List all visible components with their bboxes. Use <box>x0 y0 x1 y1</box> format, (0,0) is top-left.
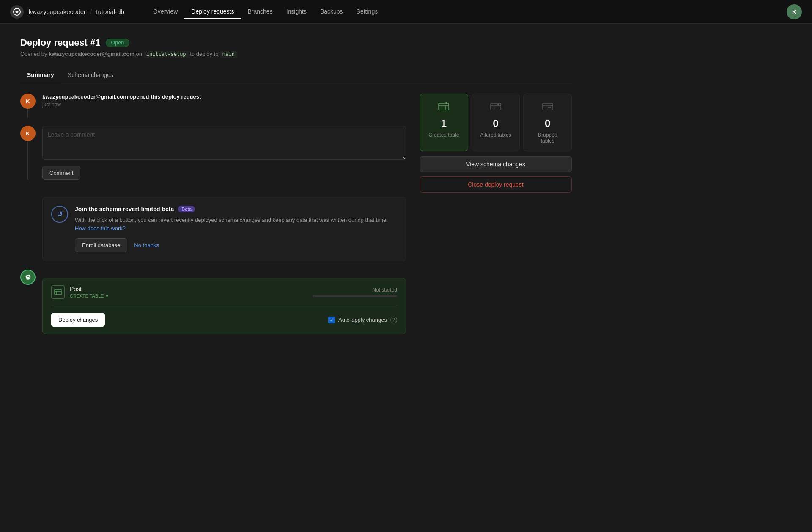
content-layout: K kwazycupcakecoder@gmail.com opened thi… <box>20 94 572 334</box>
timeline-section: K kwazycupcakecoder@gmail.com opened thi… <box>20 94 406 334</box>
enroll-database-button[interactable]: Enroll database <box>75 238 127 252</box>
target-label: main <box>220 51 237 58</box>
deploy-icon-avatar: ⚙ <box>20 270 36 285</box>
event-description: kwazycupcakecoder@gmail.com opened this … <box>42 94 406 100</box>
stats-row: 1 Created table 0 Altered tab <box>420 94 572 151</box>
task-name: Post <box>70 286 109 292</box>
status-badge: Open <box>106 39 130 47</box>
deploy-card-footer: Deploy changes ✓ Auto-apply changes ? <box>51 306 397 327</box>
view-schema-button[interactable]: View schema changes <box>420 156 572 172</box>
auto-apply-checkbox[interactable]: ✓ <box>328 317 335 323</box>
tab-backups[interactable]: Backups <box>313 5 350 19</box>
beta-card-body: With the click of a button, you can reve… <box>75 216 397 232</box>
avatar-commenter: K <box>20 126 36 141</box>
content-tabs: Summary Schema changes <box>20 67 572 83</box>
repo-name[interactable]: tutorial-db <box>96 8 124 15</box>
timeline-event-content: kwazycupcakecoder@gmail.com opened this … <box>42 94 406 117</box>
tab-schema-changes[interactable]: Schema changes <box>61 67 120 83</box>
deploy-card-header: Post CREATE TABLE ∨ Not started <box>51 285 397 299</box>
auto-apply-info-icon[interactable]: ? <box>390 317 397 323</box>
deploy-task-wrapper: ⚙ <box>20 270 406 334</box>
logo-icon[interactable] <box>10 5 24 19</box>
task-sub-label[interactable]: CREATE TABLE ∨ <box>70 293 109 299</box>
branch-label: initial-setup <box>144 51 189 58</box>
created-table-icon <box>438 101 450 115</box>
revert-icon: ↺ <box>51 206 68 223</box>
event-time: just now <box>42 102 406 108</box>
avatar-user: K <box>20 94 36 109</box>
svg-rect-1 <box>55 289 61 295</box>
page-title: Deploy request #1 <box>20 37 101 48</box>
timeline-beta: ↺ Join the schema revert limited beta Be… <box>20 188 406 261</box>
created-label: Created table <box>428 132 459 138</box>
sidebar-section: 1 Created table 0 Altered tab <box>420 94 572 334</box>
svg-rect-15 <box>543 103 553 110</box>
main-nav-tabs: Overview Deploy requests Branches Insigh… <box>146 5 384 19</box>
page-subtitle: Opened by kwazycupcakecoder@gmail.com on… <box>20 51 572 57</box>
task-icon <box>51 285 65 299</box>
deploy-task-card: Post CREATE TABLE ∨ Not started <box>42 278 406 334</box>
beta-badge: Beta <box>178 206 195 212</box>
close-deploy-button[interactable]: Close deploy request <box>420 176 572 193</box>
top-nav: kwazycupcakecoder / tutorial-db Overview… <box>0 0 812 24</box>
deploy-changes-button[interactable]: Deploy changes <box>51 313 105 327</box>
org-name[interactable]: kwazycupcakecoder <box>29 8 86 15</box>
tab-deploy-requests[interactable]: Deploy requests <box>184 5 241 19</box>
beta-card-title: Join the schema revert limited beta <box>75 206 174 212</box>
dropped-table-icon <box>542 101 554 115</box>
progress-bar-container <box>313 295 397 297</box>
altered-table-icon <box>490 101 502 115</box>
stat-card-created: 1 Created table <box>420 94 468 151</box>
beta-card-header: Join the schema revert limited beta Beta <box>75 206 397 212</box>
no-thanks-button[interactable]: No thanks <box>134 242 159 248</box>
comment-button[interactable]: Comment <box>42 166 80 180</box>
beta-card: ↺ Join the schema revert limited beta Be… <box>42 197 406 261</box>
task-status: Not started <box>313 287 397 293</box>
beta-learn-more-link[interactable]: How does this work? <box>75 225 126 232</box>
tab-branches[interactable]: Branches <box>241 5 279 19</box>
tab-insights[interactable]: Insights <box>280 5 313 19</box>
tab-settings[interactable]: Settings <box>350 5 385 19</box>
timeline-event-1: K kwazycupcakecoder@gmail.com opened thi… <box>20 94 406 117</box>
stat-card-dropped: 0 Dropped tables <box>523 94 572 151</box>
nav-brand: kwazycupcakecoder / tutorial-db <box>29 8 124 15</box>
tab-summary[interactable]: Summary <box>20 67 61 83</box>
auto-apply-label: ✓ Auto-apply changes ? <box>328 317 397 323</box>
user-avatar[interactable]: K <box>787 4 802 19</box>
timeline-comment: K Comment <box>20 126 406 180</box>
deploy-task-info: Post CREATE TABLE ∨ <box>51 285 109 299</box>
page-header: Deploy request #1 Open Opened by kwazycu… <box>20 37 572 57</box>
tab-overview[interactable]: Overview <box>146 5 184 19</box>
altered-count: 0 <box>493 118 498 130</box>
stat-card-altered: 0 Altered tables <box>472 94 520 151</box>
comment-section: Comment <box>42 126 406 180</box>
altered-label: Altered tables <box>480 132 511 138</box>
beta-card-actions: Enroll database No thanks <box>75 238 397 252</box>
main-content: Deploy request #1 Open Opened by kwazycu… <box>0 24 592 347</box>
dropped-label: Dropped tables <box>530 132 565 144</box>
nav-separator: / <box>90 8 92 15</box>
comment-input[interactable] <box>42 126 406 160</box>
created-count: 1 <box>441 118 447 130</box>
dropped-count: 0 <box>545 118 550 130</box>
svg-rect-6 <box>439 103 449 110</box>
